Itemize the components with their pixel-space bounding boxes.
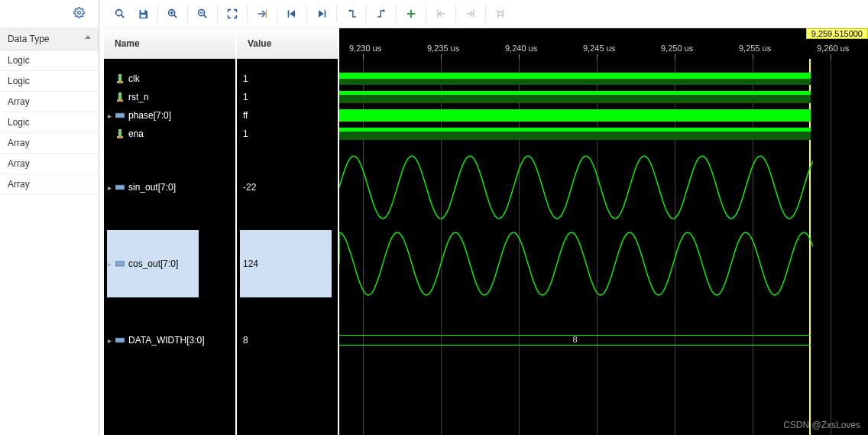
sidebar: Data Type LogicLogicArrayLogicArrayArray…: [0, 0, 99, 435]
svg-rect-28: [115, 185, 125, 190]
svg-rect-3: [141, 9, 144, 12]
sidebar-item[interactable]: Array: [0, 133, 99, 154]
sidebar-item[interactable]: Array: [0, 174, 99, 195]
swap-marker-icon: [489, 2, 512, 25]
sidebar-header[interactable]: Data Type: [0, 28, 99, 50]
ruler-tick: 9,245 us: [583, 44, 615, 53]
toolbar-separator: [366, 5, 367, 22]
grid-line: [831, 59, 831, 435]
expand-icon[interactable]: ▸: [104, 260, 115, 268]
svg-rect-13: [288, 10, 290, 17]
digital-waveform: [339, 73, 811, 85]
svg-line-10: [204, 15, 207, 18]
toolbar-separator: [426, 5, 426, 22]
gear-icon[interactable]: [73, 7, 85, 21]
column-value: Value 11ff1-221248: [237, 28, 339, 435]
add-marker-icon[interactable]: [400, 2, 423, 25]
sidebar-item[interactable]: Logic: [0, 71, 99, 92]
svg-rect-23: [118, 93, 121, 99]
bus-icon: [115, 260, 125, 268]
goto-cursor-icon[interactable]: [251, 2, 274, 25]
zoom-in-icon[interactable]: [161, 2, 184, 25]
svg-rect-14: [325, 10, 326, 17]
bus-waveform: 8: [339, 335, 811, 346]
sidebar-item[interactable]: Logic: [0, 50, 99, 71]
signal-name: DATA_WIDTH[3:0]: [125, 335, 205, 346]
signal-name: sin_out[7:0]: [125, 182, 176, 193]
digital-waveform: [339, 91, 811, 103]
signal-name: phase[7:0]: [125, 110, 171, 121]
signal-name: rst_n: [125, 92, 149, 102]
save-icon[interactable]: [131, 2, 154, 25]
prev-edge-icon[interactable]: [340, 2, 363, 25]
prev-marker-icon: [429, 2, 452, 25]
app-root: Data Type LogicLogicArrayLogicArrayArray…: [0, 0, 868, 435]
svg-line-2: [121, 15, 125, 18]
sidebar-item[interactable]: Array: [0, 154, 99, 174]
search-icon[interactable]: [108, 2, 131, 25]
svg-rect-26: [118, 129, 121, 136]
svg-rect-27: [117, 136, 123, 138]
column-name: Name ▸clk▸rst_n▸phase[7:0]▸ena▸sin_out[7…: [104, 28, 237, 435]
ruler-tick: 9,235 us: [427, 44, 459, 53]
signal-row[interactable]: ▸cos_out[7:0]: [104, 256, 235, 271]
wire-icon: [115, 129, 125, 138]
signal-row[interactable]: ▸sin_out[7:0]: [104, 180, 235, 195]
expand-icon[interactable]: ▸: [104, 336, 115, 345]
ruler-tick: 9,250 us: [661, 44, 693, 53]
toolbar-separator: [336, 5, 337, 22]
svg-rect-24: [117, 99, 123, 102]
toolbar-separator: [396, 5, 397, 22]
signal-value: 124: [243, 258, 258, 269]
ruler-tick: 9,260 us: [817, 44, 849, 53]
signal-row[interactable]: ▸DATA_WIDTH[3:0]: [104, 333, 235, 348]
signal-name: cos_out[7:0]: [125, 258, 178, 269]
toolbar-separator: [277, 5, 277, 22]
bus-icon: [115, 336, 125, 344]
main: Name ▸clk▸rst_n▸phase[7:0]▸ena▸sin_out[7…: [104, 0, 868, 435]
expand-icon[interactable]: ▸: [104, 183, 115, 192]
zoom-fit-icon[interactable]: [221, 2, 244, 25]
cursor-time-label: 9,259.515000: [806, 28, 868, 39]
signal-value: 8: [243, 335, 248, 346]
column-waveform: 9,259.515000 9,230 us9,235 us9,240 us9,2…: [339, 28, 868, 435]
expand-icon[interactable]: ▸: [104, 112, 115, 120]
svg-rect-21: [118, 74, 121, 81]
signal-value: 1: [243, 73, 248, 84]
sidebar-list: Data Type LogicLogicArrayLogicArrayArray…: [0, 28, 99, 195]
signal-row[interactable]: ▸ena: [104, 126, 235, 141]
signal-row[interactable]: ▸phase[7:0]: [104, 108, 235, 123]
svg-rect-29: [115, 261, 125, 266]
sidebar-item[interactable]: Logic: [0, 112, 99, 133]
waveform-canvas[interactable]: 8: [339, 59, 868, 435]
signal-row[interactable]: ▸rst_n: [104, 89, 235, 105]
signal-value: 1: [243, 92, 248, 102]
wire-icon: [115, 93, 125, 102]
zoom-out-icon[interactable]: [191, 2, 214, 25]
digital-waveform: [339, 109, 811, 122]
analog-waveform: [339, 154, 813, 221]
wire-icon: [115, 74, 125, 83]
last-edge-icon[interactable]: [310, 2, 333, 25]
toolbar-separator: [157, 5, 158, 22]
bus-icon: [115, 183, 125, 191]
column-name-header[interactable]: Name: [104, 28, 235, 59]
svg-point-1: [116, 10, 122, 16]
digital-waveform: [339, 128, 811, 140]
sidebar-item[interactable]: Array: [0, 92, 99, 112]
ruler-tick: 9,230 us: [349, 44, 381, 53]
wave-area: Name ▸clk▸rst_n▸phase[7:0]▸ena▸sin_out[7…: [104, 28, 868, 435]
signal-value: ff: [243, 110, 248, 121]
ruler-tick: 9,255 us: [739, 44, 771, 53]
analog-waveform: [339, 230, 813, 297]
signal-row[interactable]: ▸clk: [104, 71, 235, 86]
toolbar-separator: [247, 5, 248, 22]
time-ruler[interactable]: 9,259.515000 9,230 us9,235 us9,240 us9,2…: [339, 28, 868, 59]
svg-rect-25: [115, 113, 125, 118]
first-edge-icon[interactable]: [280, 2, 303, 25]
column-value-header[interactable]: Value: [237, 28, 338, 59]
sidebar-toolbar: [0, 0, 99, 28]
ruler-tick: 9,240 us: [505, 44, 537, 53]
signal-name: ena: [125, 128, 144, 139]
next-edge-icon[interactable]: [370, 2, 393, 25]
